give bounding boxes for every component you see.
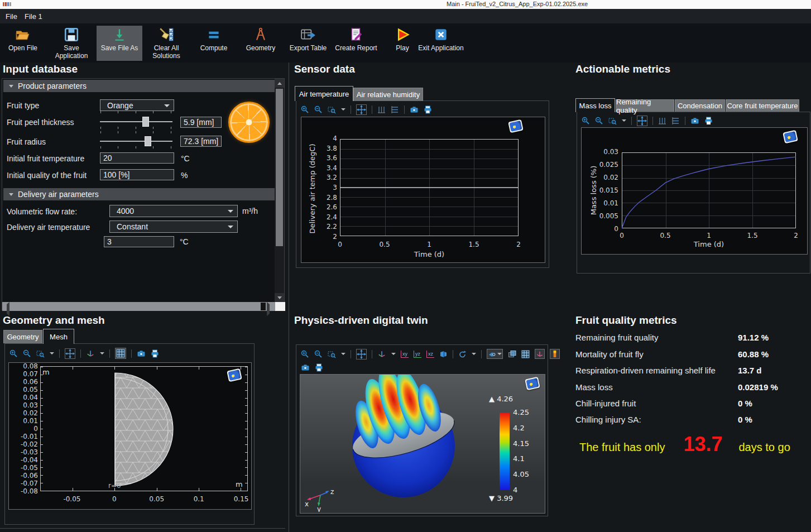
open-file-button[interactable]: Open File — [0, 26, 46, 61]
tab-air-temperature[interactable]: Air temperature — [295, 86, 353, 101]
y-grid-icon[interactable] — [377, 106, 386, 114]
zoom-in-icon[interactable] — [582, 117, 590, 125]
zoom-box-icon[interactable] — [328, 106, 336, 114]
view-xy-icon[interactable]: xy — [401, 351, 409, 358]
metric-label: Respiration-driven remaining shelf life — [575, 366, 716, 375]
zoom-in-icon[interactable] — [301, 106, 309, 114]
fruit-type-select[interactable]: Orange — [100, 99, 174, 111]
caret-down-icon[interactable] — [472, 353, 476, 355]
caret-down-icon[interactable] — [622, 119, 626, 122]
print-icon[interactable] — [424, 106, 432, 114]
tab-mass-loss[interactable]: Mass loss — [575, 98, 615, 112]
toolbar-separator — [404, 106, 405, 114]
compute-button[interactable]: Compute — [191, 26, 237, 61]
exit-application-button[interactable]: Exit Application — [418, 26, 464, 61]
zoom-extents-icon[interactable] — [65, 348, 75, 359]
camera-icon[interactable] — [410, 106, 419, 114]
initial-temperature-input[interactable]: 20 — [100, 152, 174, 164]
axis-tick — [199, 488, 199, 491]
save-file-as-button[interactable]: Save File As — [97, 26, 142, 61]
view-yz-icon[interactable]: yz — [414, 351, 421, 358]
tab-core-fruit-temperature[interactable]: Core fruit temperature — [726, 99, 799, 112]
y-grid-icon[interactable] — [658, 117, 666, 125]
peel-thickness-slider[interactable] — [100, 121, 172, 122]
zoom-out-icon[interactable] — [314, 350, 323, 358]
scene-light-toggle[interactable] — [487, 349, 503, 359]
mass-loss-plot-area[interactable]: 0.030.0250.020.0150.010.0050 00.511.52 T… — [581, 127, 808, 255]
horizontal-scroll-thumb[interactable] — [261, 303, 266, 310]
scroll-right-button[interactable] — [267, 304, 272, 314]
zoom-in-icon[interactable] — [301, 350, 309, 358]
camera-icon[interactable] — [137, 349, 146, 358]
caret-down-icon[interactable] — [341, 108, 345, 111]
zoom-out-icon[interactable] — [23, 349, 31, 358]
tab-mesh[interactable]: Mesh — [43, 329, 74, 344]
delivery-temp-value-input[interactable]: 3 — [104, 236, 174, 247]
fruit-radius-slider-handle[interactable] — [145, 136, 151, 146]
default-view-icon[interactable] — [439, 350, 448, 358]
geometry-button[interactable]: Geometry — [238, 26, 284, 61]
tab-remaining-quality[interactable]: Remaining quality — [616, 99, 674, 112]
clear-all-solutions-button[interactable]: Clear All Solutions — [143, 26, 189, 61]
zoom-out-icon[interactable] — [595, 117, 603, 125]
tab-geometry[interactable]: Geometry — [3, 330, 42, 343]
vertical-scroll-thumb[interactable] — [276, 89, 283, 246]
x-grid-icon[interactable] — [671, 117, 680, 125]
zoom-box-icon[interactable] — [608, 117, 617, 125]
horizontal-scrollbar[interactable] — [2, 302, 275, 311]
camera-icon[interactable] — [301, 363, 310, 372]
colorbar-toggle[interactable] — [550, 349, 560, 359]
grid-3d-icon[interactable] — [521, 350, 530, 358]
zoom-box-icon[interactable] — [328, 350, 336, 358]
grid-toggle-icon — [116, 349, 125, 358]
print-icon[interactable] — [315, 363, 323, 372]
caret-down-icon[interactable] — [100, 352, 104, 354]
create-report-button[interactable]: Create Report — [333, 26, 379, 61]
menu-file-1[interactable]: File 1 — [22, 11, 45, 22]
digital-twin-3d-view[interactable]: 4.254.24.154.14.054 ▲ 4.26 ▼ 3.99 x y z — [300, 374, 545, 514]
show-axes-toggle[interactable] — [535, 349, 545, 359]
camera-icon[interactable] — [690, 117, 699, 125]
mesh-half-disc — [41, 367, 248, 492]
x-grid-icon[interactable] — [391, 106, 399, 114]
mesh-plot-area[interactable]: 0.080.070.060.050.040.030.020.010-0.01-0… — [8, 362, 252, 510]
export-table-button[interactable]: Export Table — [285, 26, 331, 61]
zoom-extents-icon[interactable] — [637, 116, 647, 126]
menu-file[interactable]: File — [3, 11, 20, 22]
vertical-scrollbar[interactable] — [275, 79, 284, 302]
sensor-plot-area[interactable]: 43.83.63.43.232.82.62.42.22 00.511.52 Ti… — [301, 117, 545, 263]
zoom-in-icon[interactable] — [9, 349, 18, 358]
delivery-air-parameters-header[interactable]: Delivery air parameters — [3, 188, 275, 200]
product-parameters-header[interactable]: Product parameters — [3, 80, 275, 92]
initial-quality-input[interactable]: 100 [%] — [100, 169, 174, 180]
peel-thickness-slider-handle[interactable] — [142, 117, 149, 127]
fruit-radius-value[interactable]: 72.3 [mm] — [180, 136, 222, 147]
print-icon[interactable] — [704, 117, 713, 125]
flow-rate-select[interactable]: 4000 — [109, 205, 238, 217]
fruit-radius-slider[interactable] — [100, 141, 172, 142]
app-logo-icon — [3, 2, 11, 6]
axis-triad-icon[interactable] — [377, 349, 386, 358]
zoom-box-icon[interactable] — [36, 349, 45, 358]
transparency-icon[interactable] — [508, 350, 516, 358]
scroll-up-button[interactable] — [275, 79, 284, 88]
peel-thickness-value[interactable]: 5.9 [mm] — [180, 117, 222, 128]
print-icon[interactable] — [151, 349, 159, 358]
view-xz-icon[interactable]: xz — [426, 351, 434, 358]
tab-condensation[interactable]: Condensation — [675, 99, 725, 112]
zoom-extents-icon[interactable] — [356, 104, 367, 115]
tab-air-relative-humidity[interactable]: Air relative humidity — [353, 88, 423, 101]
delivery-temp-select[interactable]: Constant — [109, 221, 238, 233]
caret-down-icon[interactable] — [341, 353, 345, 355]
caret-down-icon[interactable] — [391, 353, 396, 355]
grid-toggle-active[interactable] — [115, 348, 126, 359]
caret-down-icon[interactable] — [50, 352, 54, 354]
rotate-icon[interactable] — [458, 350, 467, 358]
zoom-extents-icon[interactable] — [356, 349, 367, 360]
scroll-down-button[interactable] — [275, 293, 284, 302]
axis-triad-icon[interactable] — [86, 349, 95, 358]
scroll-left-button[interactable] — [4, 304, 9, 314]
zoom-out-icon[interactable] — [314, 106, 323, 114]
axis-tick — [73, 488, 73, 491]
save-application-button[interactable]: Save Application — [49, 26, 94, 61]
